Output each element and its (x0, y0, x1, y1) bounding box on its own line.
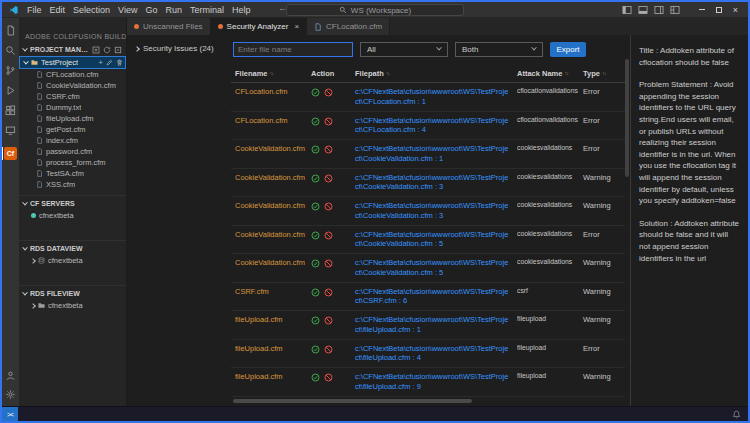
mark-safe-check-icon[interactable] (311, 88, 320, 97)
issue-filename[interactable]: CSRF.cfm (235, 287, 311, 297)
vertical-scrollbar[interactable] (625, 35, 630, 406)
sort-icon[interactable]: ↑↓ (602, 70, 606, 76)
notifications-bell-icon[interactable] (732, 410, 741, 419)
ignore-block-icon[interactable] (324, 117, 333, 126)
remote-explorer-icon[interactable] (2, 125, 19, 136)
issue-filename[interactable]: CookieValidation.cfm (235, 173, 311, 183)
mark-safe-check-icon[interactable] (311, 202, 320, 211)
run-debug-icon[interactable] (2, 85, 19, 96)
settings-gear-icon[interactable] (5, 389, 16, 400)
delete-trash-icon[interactable] (116, 59, 123, 66)
tree-item-file[interactable]: index.cfm (19, 135, 126, 146)
column-header-attack-name[interactable]: Attack Name ↑↓ (517, 69, 583, 78)
ignore-block-icon[interactable] (324, 174, 333, 183)
sort-icon[interactable]: ↑↓ (270, 70, 274, 76)
column-header-type[interactable]: Type ↑↓ (583, 69, 621, 78)
issue-filepath-link[interactable]: c:\CFNextBeta\cfusion\wwwroot\WS\TestPro… (355, 173, 517, 193)
new-file-icon[interactable]: + (99, 58, 103, 67)
tree-item-file[interactable]: getPost.cfm (19, 124, 126, 135)
explorer-icon[interactable] (2, 25, 19, 36)
menu-item[interactable]: Terminal (186, 5, 228, 15)
tree-item-file[interactable]: fileUpload.cfm (19, 113, 126, 124)
issue-filepath-link[interactable]: c:\CFNextBeta\cfusion\wwwroot\WS\TestPro… (355, 116, 517, 136)
ignore-block-icon[interactable] (324, 373, 333, 382)
tree-item-file[interactable]: CFLocation.cfm (19, 69, 126, 80)
mark-safe-check-icon[interactable] (311, 259, 320, 268)
tree-item-file[interactable]: TestSA.cfm (19, 168, 126, 179)
mark-safe-check-icon[interactable] (311, 288, 320, 297)
rds-fileview-header[interactable]: RDS FILEVIEW (19, 287, 126, 300)
menu-item[interactable]: Run (161, 5, 186, 15)
issue-filename[interactable]: fileUpload.cfm (235, 315, 311, 325)
menu-item[interactable]: Edit (46, 5, 70, 15)
menu-item[interactable]: Selection (69, 5, 114, 15)
menu-item[interactable]: File (23, 5, 46, 15)
mark-safe-check-icon[interactable] (311, 316, 320, 325)
customize-layout-icon[interactable] (670, 5, 680, 15)
tab-unscanned-files[interactable]: Unscanned Files (127, 18, 211, 35)
tree-item-fileview[interactable]: cfnextbeta (19, 300, 126, 311)
mark-safe-check-icon[interactable] (311, 345, 320, 354)
issue-filename[interactable]: CFLocation.cfm (235, 87, 311, 97)
source-control-icon[interactable] (2, 65, 19, 76)
tree-item-file[interactable]: password.cfm (19, 146, 126, 157)
security-issues-header[interactable]: Security Issues (24) (135, 44, 228, 53)
mark-safe-check-icon[interactable] (311, 231, 320, 240)
toggle-panel-icon[interactable] (638, 5, 648, 15)
edit-pencil-icon[interactable] (106, 59, 113, 66)
issue-filepath-link[interactable]: c:\CFNextBeta\cfusion\wwwroot\WS\TestPro… (355, 315, 517, 335)
tree-item-file[interactable]: CSRF.cfm (19, 91, 126, 102)
issue-filename[interactable]: fileUpload.cfm (235, 372, 311, 382)
issue-filepath-link[interactable]: c:\CFNextBeta\cfusion\wwwroot\WS\TestPro… (355, 287, 517, 307)
issue-filepath-link[interactable]: c:\CFNextBeta\cfusion\wwwroot\WS\TestPro… (355, 344, 517, 364)
issue-filepath-link[interactable]: c:\CFNextBeta\cfusion\wwwroot\WS\TestPro… (355, 230, 517, 250)
refresh-icon[interactable] (103, 46, 111, 54)
new-project-icon[interactable] (92, 46, 100, 54)
coldfusion-builder-icon[interactable]: Cf (2, 147, 19, 160)
menu-item[interactable]: View (114, 5, 141, 15)
mark-safe-check-icon[interactable] (311, 117, 320, 126)
toggle-sidebar-icon[interactable] (622, 5, 632, 15)
column-header-filepath[interactable]: Filepath ↑↓ (355, 69, 517, 78)
maximize-button[interactable] (710, 3, 727, 17)
issue-filename[interactable]: fileUpload.cfm (235, 344, 311, 354)
tree-item-datasource[interactable]: cfnextbeta (19, 255, 126, 266)
ignore-block-icon[interactable] (324, 145, 333, 154)
tree-item-file[interactable]: CookieValidation.cfm (19, 80, 126, 91)
issue-filename[interactable]: CookieValidation.cfm (235, 230, 311, 240)
scrollbar-thumb[interactable] (625, 59, 629, 177)
ignore-block-icon[interactable] (324, 88, 333, 97)
tree-item-project[interactable]: TestProject + (19, 56, 126, 69)
issue-filepath-link[interactable]: c:\CFNextBeta\cfusion\wwwroot\WS\TestPro… (355, 258, 517, 278)
column-header-filename[interactable]: Filename ↑↓ (235, 69, 311, 78)
close-icon[interactable]: × (294, 22, 299, 31)
project-manager-header[interactable]: PROJECT MANAGER (19, 43, 126, 56)
horizontal-scrollbar[interactable] (233, 399, 619, 404)
ignore-block-icon[interactable] (324, 345, 333, 354)
ignore-block-icon[interactable] (324, 316, 333, 325)
issue-filepath-link[interactable]: c:\CFNextBeta\cfusion\wwwroot\WS\TestPro… (355, 372, 517, 392)
issue-filepath-link[interactable]: c:\CFNextBeta\cfusion\wwwroot\WS\TestPro… (355, 144, 517, 164)
issue-filename[interactable]: CookieValidation.cfm (235, 144, 311, 154)
ignore-block-icon[interactable] (324, 202, 333, 211)
minimize-button[interactable] (693, 3, 710, 17)
menu-item[interactable]: Go (141, 5, 161, 15)
issue-filename[interactable]: CookieValidation.cfm (235, 258, 311, 268)
type-filter-dropdown[interactable]: Both (455, 42, 543, 57)
search-icon[interactable] (2, 45, 19, 56)
export-button[interactable]: Export (550, 42, 586, 57)
tree-item-file[interactable]: process_form.cfm (19, 157, 126, 168)
collapse-all-icon[interactable] (114, 46, 122, 54)
issue-filepath-link[interactable]: c:\CFNextBeta\cfusion\wwwroot\WS\TestPro… (355, 201, 517, 221)
ignore-block-icon[interactable] (324, 259, 333, 268)
tab-cflocation[interactable]: CFLocation.cfm (307, 18, 390, 35)
mark-safe-check-icon[interactable] (311, 373, 320, 382)
tree-item-file[interactable]: XSS.cfm (19, 179, 126, 190)
file-name-filter-input[interactable] (233, 42, 353, 57)
sort-icon[interactable]: ↑↓ (386, 70, 390, 76)
ignore-block-icon[interactable] (324, 231, 333, 240)
cf-servers-header[interactable]: CF SERVERS (19, 197, 126, 210)
menu-item[interactable]: Help (228, 5, 255, 15)
command-center[interactable]: WS (Workspace) (286, 4, 464, 16)
sort-icon[interactable]: ↑↓ (564, 70, 568, 76)
